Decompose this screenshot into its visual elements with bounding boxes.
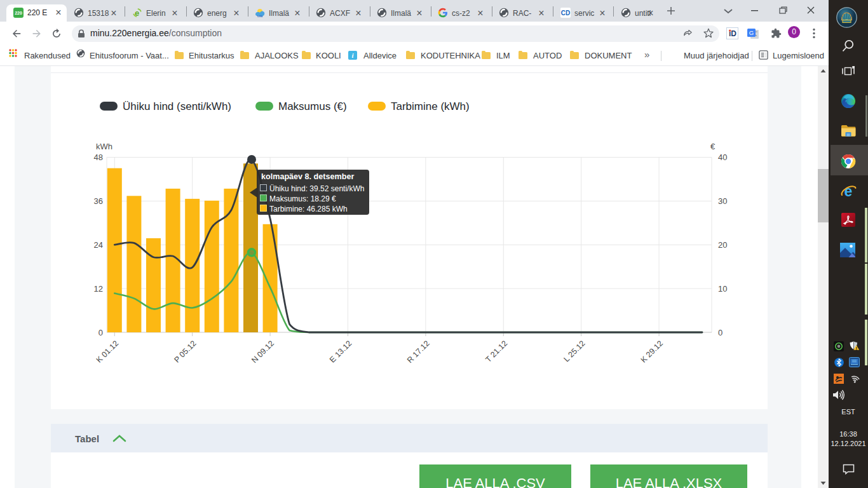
svg-text:R 17.12: R 17.12: [405, 339, 431, 365]
svg-text:G: G: [749, 29, 754, 36]
svg-text:12: 12: [94, 284, 103, 294]
svg-text:48: 48: [94, 152, 103, 162]
svg-text:0: 0: [98, 328, 103, 337]
svg-text:20: 20: [718, 240, 727, 250]
svg-text:30: 30: [718, 196, 727, 206]
svg-text:T 21.12: T 21.12: [484, 339, 509, 364]
svg-text:K 29.12: K 29.12: [639, 339, 665, 364]
svg-text:24: 24: [94, 240, 103, 250]
svg-text:0: 0: [718, 328, 722, 337]
svg-text:e: e: [844, 183, 853, 199]
svg-text:L 25.12: L 25.12: [562, 339, 587, 363]
svg-text:P 05.12: P 05.12: [172, 339, 198, 364]
svg-text:220: 220: [15, 11, 22, 15]
svg-text:kWh: kWh: [96, 142, 112, 151]
svg-text:10: 10: [718, 284, 727, 294]
svg-text:40: 40: [718, 152, 727, 162]
svg-text:€: €: [710, 142, 715, 151]
svg-text:CD: CD: [561, 10, 570, 17]
svg-text:E 13.12: E 13.12: [328, 339, 353, 364]
svg-text:K 01.12: K 01.12: [95, 339, 120, 364]
svg-text:N 09.12: N 09.12: [250, 339, 276, 365]
svg-text:ILMA: ILMA: [257, 15, 263, 18]
svg-text:36: 36: [94, 196, 103, 206]
